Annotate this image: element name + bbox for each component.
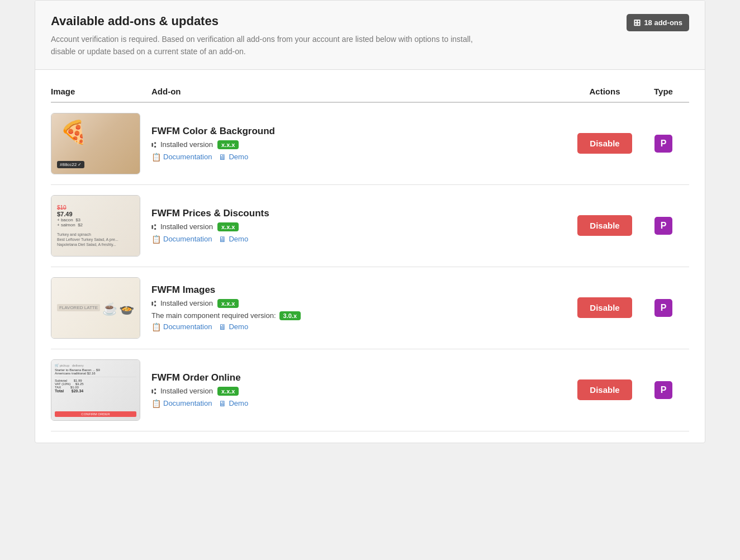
git-icon: ⑆ [151,140,156,149]
doc-icon: 📋 [151,322,161,331]
table-row: 🛒 pickup delivery Starter to Banana Baco… [51,349,689,431]
req-version-badge: 3.0.x [279,311,301,320]
addon-image-images: FLAVORED LATTE ☕ 🍲 [51,277,140,339]
required-version-images: The main component required version: 3.0… [151,311,565,320]
doc-icon: 📋 [151,153,161,162]
version-badge-order-online: x.x.x [217,387,239,396]
doc-link-color-bg[interactable]: 📋 Documentation [151,153,212,162]
doc-link-order-online[interactable]: 📋 Documentation [151,399,212,408]
addon-meta-order-online: ⑆ Installed version x.x.x [151,387,565,396]
addon-name-order-online: FWFM Order Online [151,372,565,383]
table-row: FWFM Color & Background ⑆ Installed vers… [51,102,689,185]
installed-label: Installed version [160,299,213,307]
disable-button-order-online[interactable]: Disable [577,379,632,400]
page-title: Available add-ons & updates [51,14,498,29]
type-badge-order-online: P [654,381,672,399]
demo-link-images[interactable]: 🖥 Demo [219,322,248,331]
addon-name-color-bg: FWFM Color & Background [151,126,565,137]
demo-label: Demo [229,153,248,161]
addon-image-color-bg [51,113,140,174]
header-text-block: Available add-ons & updates Account veri… [51,14,498,58]
type-badge-prices-discounts: P [654,217,672,235]
addons-icon: ⊞ [633,17,641,28]
git-icon: ⑆ [151,222,156,231]
type-badge-images: P [654,299,672,317]
demo-label: Demo [229,322,248,331]
addon-meta-color-bg: ⑆ Installed version x.x.x [151,140,565,149]
table-header-row: Image Add-on Actions Type [51,81,689,102]
addon-meta-images: ⑆ Installed version x.x.x [151,299,565,308]
col-addon: Add-on [151,81,572,102]
col-type: Type [644,81,689,102]
header-description: Account verification is required. Based … [51,33,498,58]
doc-link-images[interactable]: 📋 Documentation [151,322,212,331]
required-version-label: The main component required version: [151,311,276,320]
addon-links-order-online: 📋 Documentation 🖥 Demo [151,399,565,408]
demo-link-color-bg[interactable]: 🖥 Demo [219,153,248,162]
addons-count-label: 18 add-ons [644,18,682,27]
disable-button-color-bg[interactable]: Disable [577,133,632,154]
table-row: $10 $7.49 + bacon $3 + salmon $2 Turkey … [51,184,689,267]
installed-label: Installed version [160,387,213,395]
installed-label: Installed version [160,222,213,231]
addon-meta-prices-discounts: ⑆ Installed version x.x.x [151,222,565,231]
disable-button-images[interactable]: Disable [577,297,632,318]
version-badge-color-bg: x.x.x [217,140,239,149]
addons-count-badge: ⊞ 18 add-ons [627,14,689,31]
doc-label: Documentation [163,322,212,331]
addons-table-section: Image Add-on Actions Type FWFM Color & B… [35,70,705,443]
addon-image-order-online: 🛒 pickup delivery Starter to Banana Baco… [51,359,140,421]
addon-links-prices-discounts: 📋 Documentation 🖥 Demo [151,235,565,244]
version-badge-images: x.x.x [217,299,239,308]
type-badge-color-bg: P [654,135,672,153]
doc-label: Documentation [163,399,212,407]
demo-icon: 🖥 [219,235,226,244]
doc-label: Documentation [163,153,212,161]
addon-links-color-bg: 📋 Documentation 🖥 Demo [151,153,565,162]
doc-icon: 📋 [151,399,161,408]
addon-name-images: FWFM Images [151,284,565,296]
addons-table: Image Add-on Actions Type FWFM Color & B… [51,81,689,431]
installed-label: Installed version [160,140,213,149]
disable-button-prices-discounts[interactable]: Disable [577,215,632,236]
demo-icon: 🖥 [219,322,226,331]
col-image: Image [51,81,151,102]
addon-links-images: 📋 Documentation 🖥 Demo [151,322,565,331]
addon-name-prices-discounts: FWFM Prices & Discounts [151,208,565,219]
demo-icon: 🖥 [219,153,226,162]
demo-link-prices-discounts[interactable]: 🖥 Demo [219,235,248,244]
demo-label: Demo [229,235,248,243]
header-section: Available add-ons & updates Account veri… [35,1,705,70]
git-icon: ⑆ [151,299,156,308]
doc-link-prices-discounts[interactable]: 📋 Documentation [151,235,212,244]
demo-link-order-online[interactable]: 🖥 Demo [219,399,248,408]
demo-icon: 🖥 [219,399,226,408]
doc-icon: 📋 [151,235,161,244]
doc-label: Documentation [163,235,212,243]
demo-label: Demo [229,399,248,407]
addon-image-prices-discounts: $10 $7.49 + bacon $3 + salmon $2 Turkey … [51,195,140,257]
version-badge-prices-discounts: x.x.x [217,222,239,231]
git-icon: ⑆ [151,387,156,396]
col-actions: Actions [572,81,644,102]
table-row: FLAVORED LATTE ☕ 🍲 FWFM Images ⑆ Install… [51,267,689,349]
